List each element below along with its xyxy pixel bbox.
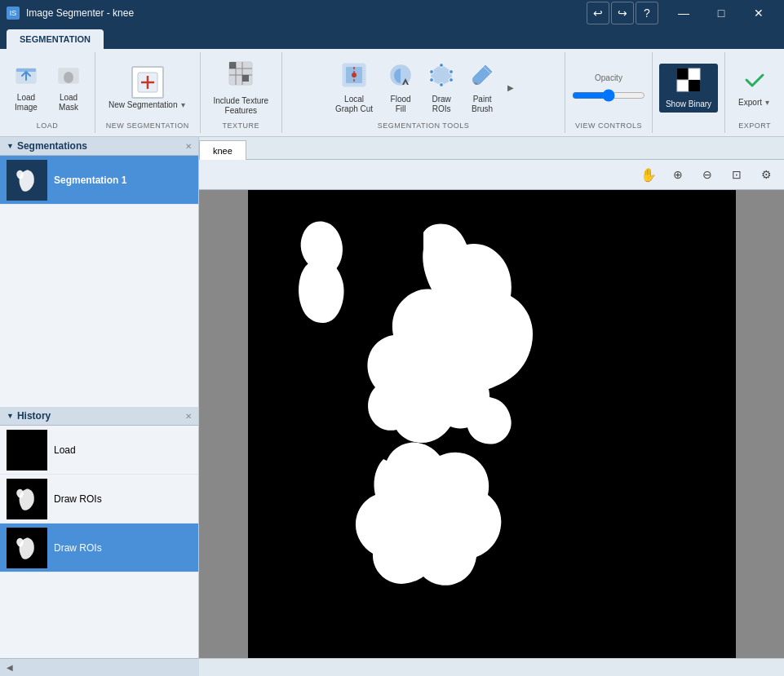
history-chevron-icon[interactable]: ▼ (7, 412, 14, 420)
toolbar-section-new-segmentation: New Segmentation ▾ NEW SEGMENTATION (95, 52, 201, 133)
hand-tool-button[interactable]: ✋ (637, 163, 660, 186)
image-canvas[interactable] (199, 190, 784, 658)
history-label-draw-rois-1: Draw ROIs (54, 493, 102, 505)
load-mask-label: LoadMask (59, 93, 78, 113)
tools-dropdown-button[interactable]: ▶ (503, 83, 518, 92)
history-item-load[interactable]: Load (0, 426, 198, 475)
history-thumb-draw-rois-2 (7, 528, 47, 568)
svg-rect-29 (689, 80, 700, 91)
svg-point-22 (440, 82, 444, 86)
segmentations-list: Segmentation 1 (0, 156, 198, 407)
toolbar-section-export: Export ▾ EXPORT (725, 52, 784, 133)
tab-segmentation[interactable]: SEGMENTATION (7, 29, 104, 49)
paint-brush-label: PaintBrush (472, 95, 493, 114)
texture-section-label: TEXTURE (223, 122, 260, 130)
svg-rect-12 (229, 62, 236, 68)
history-title: History (17, 410, 51, 422)
history-label-draw-rois-2: Draw ROIs (54, 542, 102, 554)
local-graph-cut-label: LocalGraph Cut (335, 95, 373, 114)
history-list: Load Draw ROIs (0, 426, 198, 658)
local-graph-cut-icon (341, 62, 367, 91)
toolbar-section-texture: Include TextureFeatures TEXTURE (201, 52, 283, 133)
include-texture-button[interactable]: Include TextureFeatures (207, 57, 276, 119)
toolbar-actions: ↩ ↪ ? (587, 2, 658, 24)
local-graph-cut-button[interactable]: LocalGraph Cut (329, 59, 379, 117)
settings-button[interactable]: ⚙ (755, 163, 777, 186)
zoom-in-icon: ⊕ (673, 168, 683, 181)
svg-rect-28 (677, 80, 689, 91)
zoom-out-button[interactable]: ⊖ (696, 163, 719, 186)
flood-fill-icon (388, 62, 414, 91)
window-title: Image Segmenter - knee (26, 7, 134, 19)
load-mask-button[interactable]: LoadMask (49, 60, 88, 116)
content-area: knee ✋ ⊕ ⊖ ⊡ ⚙ (199, 137, 784, 658)
show-binary-button[interactable]: Show Binary (659, 64, 718, 113)
svg-point-23 (430, 77, 434, 82)
history-thumb-draw-rois-1 (7, 479, 47, 519)
load-mask-icon (57, 64, 80, 90)
settings-icon: ⚙ (761, 168, 772, 181)
segmentation-item-1[interactable]: Segmentation 1 (0, 156, 198, 205)
new-segmentation-button[interactable]: New Segmentation ▾ (102, 63, 193, 113)
paint-brush-icon (469, 62, 495, 91)
svg-point-17 (352, 73, 357, 77)
svg-point-24 (430, 69, 434, 73)
svg-point-21 (450, 77, 454, 82)
toolbar-section-load: LoadImage LoadMask LOAD (0, 52, 95, 133)
fit-view-icon: ⊡ (732, 168, 742, 181)
export-icon (743, 68, 766, 95)
texture-label: Include TextureFeatures (214, 96, 269, 116)
history-panel: ▼ History ✕ Load (0, 407, 198, 658)
export-section-label: EXPORT (738, 122, 771, 130)
tools-dropdown-icon: ▶ (507, 83, 514, 92)
content-tab-knee[interactable]: knee (199, 140, 246, 160)
toolbar-section-seg-tools: LocalGraph Cut FloodFill (282, 52, 565, 133)
svg-rect-1 (16, 68, 36, 72)
opacity-label: Opacity (595, 73, 622, 82)
texture-icon (228, 60, 254, 93)
paint-brush-button[interactable]: PaintBrush (463, 59, 502, 117)
new-segmentation-dropdown-icon[interactable]: ▾ (179, 100, 187, 109)
new-segmentation-label: New Segmentation (109, 100, 178, 109)
zoom-in-button[interactable]: ⊕ (667, 163, 689, 186)
export-dropdown-icon[interactable]: ▾ (764, 98, 771, 107)
redo-button[interactable]: ↪ (611, 2, 634, 24)
ribbon-tabbar: SEGMENTATION (0, 26, 784, 49)
app-icon: IS (7, 7, 20, 20)
fit-view-button[interactable]: ⊡ (725, 163, 748, 186)
history-item-draw-rois-2[interactable]: Draw ROIs (0, 524, 198, 572)
load-section-label: LOAD (37, 122, 59, 130)
export-button[interactable]: Export ▾ (732, 65, 777, 111)
show-binary-label: Show Binary (666, 99, 711, 109)
draw-rois-button[interactable]: DrawROIs (422, 59, 461, 117)
load-image-button[interactable]: LoadImage (7, 60, 46, 116)
segmentation-thumb-1 (7, 160, 47, 201)
knee-image-svg (248, 190, 736, 658)
new-segmentation-section-label: NEW SEGMENTATION (106, 122, 189, 130)
undo-button[interactable]: ↩ (587, 2, 609, 24)
sidebar: ▼ Segmentations ✕ Segmentation 1 (0, 137, 199, 658)
svg-rect-26 (677, 68, 689, 80)
draw-rois-label: DrawROIs (432, 95, 450, 114)
load-image-label: LoadImage (15, 93, 38, 113)
titlebar: IS Image Segmenter - knee ↩ ↪ ? — □ ✕ (0, 0, 784, 26)
svg-point-19 (440, 63, 444, 67)
svg-rect-13 (242, 75, 249, 82)
segmentations-chevron-icon[interactable]: ▼ (7, 142, 14, 150)
history-panel-header: ▼ History ✕ (0, 407, 198, 426)
hand-icon: ✋ (640, 167, 657, 183)
toolbar-section-show-binary: Show Binary VIEW (653, 52, 725, 133)
help-button[interactable]: ? (636, 2, 658, 24)
minimize-button[interactable]: — (665, 0, 702, 26)
close-button[interactable]: ✕ (740, 0, 777, 26)
segmentations-clear-button[interactable]: ✕ (185, 142, 192, 151)
seg-tools-section-label: SEGMENTATION TOOLS (378, 122, 469, 130)
segmentations-panel-header: ▼ Segmentations ✕ (0, 137, 198, 156)
zoom-out-icon: ⊖ (702, 168, 712, 181)
history-item-draw-rois-1[interactable]: Draw ROIs (0, 475, 198, 524)
maximize-button[interactable]: □ (702, 0, 740, 26)
svg-marker-18 (432, 65, 451, 85)
flood-fill-button[interactable]: FloodFill (381, 59, 420, 117)
opacity-slider[interactable] (572, 89, 645, 102)
history-clear-button[interactable]: ✕ (185, 412, 192, 421)
